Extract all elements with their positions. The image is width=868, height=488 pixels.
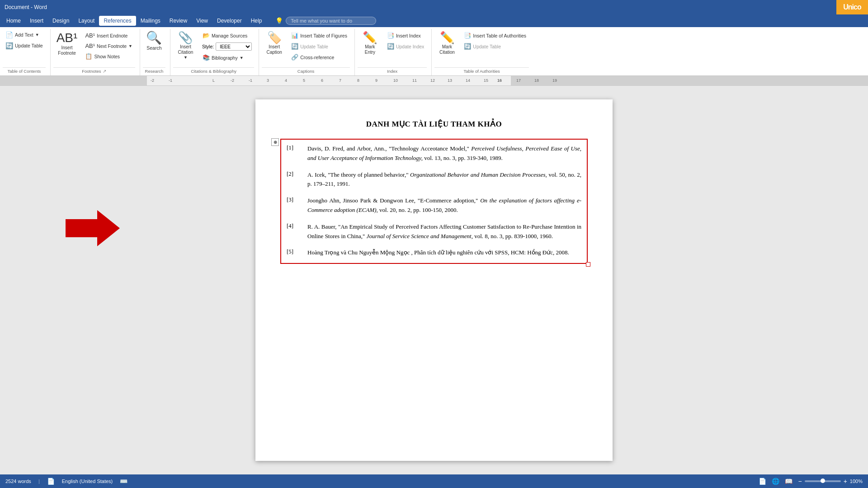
search-button[interactable]: 🔍 Search [143,30,165,53]
menu-layout[interactable]: Layout [74,16,99,26]
insert-toa-icon: 📑 [464,32,471,39]
table-move-handle[interactable]: ⊕ [271,138,279,146]
svg-text:19: 19 [552,78,557,83]
insert-index-button[interactable]: 📑 Insert Index [384,31,427,40]
svg-rect-0 [0,76,147,86]
group-research: 🔍 Search Research [143,29,170,75]
mark-citation-button[interactable]: ✏️ MarkCitation [434,30,459,57]
mark-citation-icon: ✏️ [440,32,454,43]
svg-text:18: 18 [534,78,539,83]
group-toa: ✏️ MarkCitation 📑 Insert Table of Author… [434,29,533,75]
update-table-toc-icon: 🔄 [5,42,13,49]
menu-help[interactable]: Help [246,16,267,26]
zoom-slider[interactable] [805,480,841,482]
ref-text-1: Davis, D. Fred, and Arbor, Ann., "Techno… [306,139,587,167]
menu-home[interactable]: Home [2,16,25,26]
manage-sources-button[interactable]: 📂 Manage Sources [200,31,254,40]
view-web-icon[interactable]: 🌐 [772,478,779,485]
ruler: -2 -1 L -2 -1 3 4 5 6 7 8 9 10 11 12 13 … [0,76,868,86]
captions-group-label: Captions [262,67,350,75]
insert-table-of-figures-button[interactable]: 📊 Insert Table of Figures [288,31,350,40]
track-changes-icon[interactable]: 📄 [47,478,55,485]
svg-rect-1 [511,76,868,86]
update-index-button[interactable]: 🔄 Update Index [384,42,427,51]
group-index: ✏️ MarkEntry 📑 Insert Index 🔄 Update Ind… [358,29,432,75]
status-right: 📄 🌐 📖 − + 100% [759,478,863,485]
language[interactable]: English (United States) [62,479,113,484]
zoom-out-icon[interactable]: − [798,478,802,485]
style-row: Style: IEEE APA MLA [200,42,254,52]
menu-insert[interactable]: Insert [25,16,48,26]
svg-text:5: 5 [303,78,305,83]
manage-sources-icon: 📂 [203,32,210,39]
red-arrow [66,208,120,250]
svg-marker-24 [66,210,120,246]
insert-endnote-button[interactable]: AB¹ Insert Endnote [82,31,135,40]
tell-me-input[interactable] [286,17,376,25]
style-select[interactable]: IEEE APA MLA [216,42,252,51]
menu-developer[interactable]: Developer [212,16,246,26]
add-text-dropdown-icon: ▼ [35,33,39,37]
update-table-toc-button[interactable]: 🔄 Update Table [3,41,46,51]
search-icon: 🔍 [146,32,162,44]
show-notes-icon: 📋 [85,53,92,60]
zoom-area: − + 100% [798,478,863,485]
word-count: 2524 words [5,479,31,484]
svg-text:-2: -2 [151,78,154,83]
footnotes-expand-icon[interactable]: ↗ [103,69,106,74]
tell-me-area[interactable]: 💡 [275,17,376,25]
update-toa-button[interactable]: 🔄 Update Table [461,42,529,51]
footnotes-group-label: Footnotes ↗ [53,67,135,75]
svg-text:L: L [212,78,215,83]
table-row: [5] Hoàng Trọng và Chu Nguyễn Mộng Ngọc … [281,244,587,263]
citations-group-label: Citations & Bibliography [173,67,254,75]
ref-num-5: [5] [281,244,306,263]
add-text-button[interactable]: 📄 Add Text ▼ [3,30,46,40]
ref-table: [1] Davis, D. Fred, and Arbor, Ann., "Te… [280,139,588,264]
zoom-percent: 100% [850,479,863,484]
svg-text:8: 8 [357,78,359,83]
svg-text:3: 3 [267,78,269,83]
view-print-icon[interactable]: 📄 [759,478,766,485]
title-bar-text: Document - Word [5,4,47,10]
table-row: [2] A. Icek, "The theory of planned beha… [281,167,587,193]
svg-text:4: 4 [285,78,287,83]
menu-view[interactable]: View [192,16,212,26]
zoom-in-icon[interactable]: + [844,478,847,485]
bibliography-button[interactable]: 📚 Bibliography ▼ [200,53,254,62]
show-notes-button[interactable]: 📋 Show Notes [82,52,135,61]
insert-caption-icon: 🏷️ [267,32,282,43]
svg-text:15: 15 [484,78,488,83]
ref-num-1: [1] [281,139,306,167]
ref-num-3: [3] [281,192,306,219]
table-row: [4] R. A. Bauer, "An Empirical Study of … [281,219,587,245]
menu-design[interactable]: Design [48,16,74,26]
update-index-icon: 🔄 [387,43,394,50]
view-read-icon[interactable]: 📖 [785,478,793,485]
mark-entry-icon: ✏️ [363,32,377,43]
insert-endnote-icon: AB¹ [85,32,95,39]
insert-toa-button[interactable]: 📑 Insert Table of Authorities [461,31,529,40]
doc-title: DANH MỤC TÀI LIỆU THAM KHẢO [280,119,588,129]
table-resize-handle[interactable] [586,262,590,267]
next-footnote-button[interactable]: AB¹ Next Footnote ▼ [82,41,135,51]
ref-text-2: A. Icek, "The theory of planned behavior… [306,167,587,193]
menu-references[interactable]: References [99,16,136,26]
cross-reference-button[interactable]: 🔗 Cross-reference [288,52,350,62]
insert-footnote-button[interactable]: AB¹ InsertFootnote [53,30,81,58]
ref-text-4: R. A. Bauer, "An Empirical Study of Perc… [306,219,587,245]
svg-text:11: 11 [412,78,417,83]
mark-entry-button[interactable]: ✏️ MarkEntry [358,30,382,57]
svg-text:13: 13 [448,78,452,83]
status-bar: 2524 words | 📄 English (United States) ⌨… [0,474,868,488]
menu-mailings[interactable]: Mailings [136,16,165,26]
insert-citation-button[interactable]: 📎 InsertCitation ▼ [173,30,198,62]
insert-caption-button[interactable]: 🏷️ InsertCaption [262,30,287,57]
ref-num-2: [2] [281,167,306,193]
svg-text:-1: -1 [249,78,252,83]
group-citations: 📎 InsertCitation ▼ 📂 Manage Sources Styl… [173,29,259,75]
insert-footnote-icon: AB¹ [57,32,78,44]
update-table-captions-button[interactable]: 🔄 Update Table [288,42,350,51]
page: DANH MỤC TÀI LIỆU THAM KHẢO ⊕ [1] Davis,… [255,99,613,461]
menu-review[interactable]: Review [165,16,192,26]
